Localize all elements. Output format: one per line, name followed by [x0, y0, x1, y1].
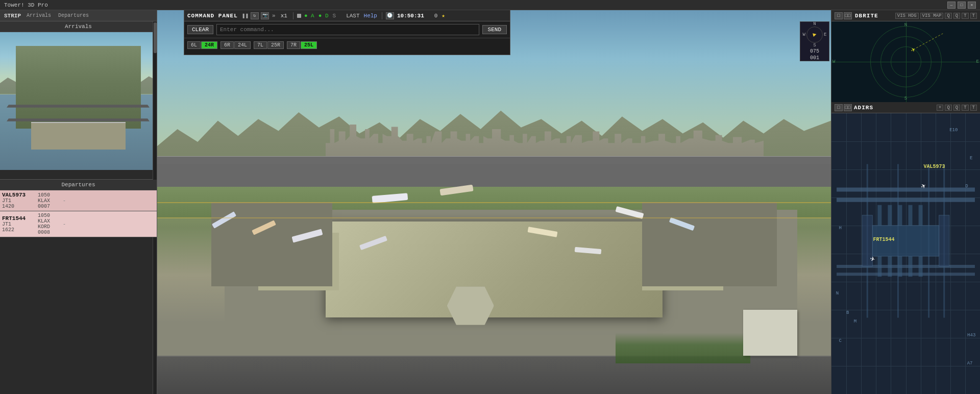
dbrite-t1[interactable]: T	[962, 13, 968, 19]
command-input[interactable]	[216, 24, 479, 35]
rwy-24l[interactable]: 24L	[234, 41, 251, 49]
rwy-7r[interactable]: 7R	[287, 41, 300, 49]
indicator-l-box	[297, 14, 301, 18]
adirs-aircraft-frt1544[interactable]: ✈	[870, 254, 875, 264]
rwy-24r[interactable]: 24R	[201, 41, 217, 49]
flight-strip-val5973[interactable]: VAL5973 JT1 1420 1050 KLAX 0007 -	[0, 190, 157, 211]
compass-n: N	[813, 21, 816, 27]
help-label[interactable]: Help	[364, 13, 377, 19]
pause-icon[interactable]: ❚❚	[242, 12, 249, 19]
adirs-controls: + Q Q T T	[937, 105, 977, 111]
rwy-25r[interactable]: 25R	[267, 41, 284, 49]
close-button[interactable]: ✕	[968, 2, 976, 9]
wind-compass-circle: ▲	[806, 27, 823, 43]
dbrite-panel: □ □□ DBRITE VIS HDG VIS MAP Q Q T T N S	[831, 10, 980, 102]
indicator-s: S	[333, 13, 336, 19]
main-3d-view[interactable]	[157, 10, 831, 394]
flight-strip-frt1544[interactable]: FRT1544 JT1 1622 1050 KLAX KORD 0008 -	[0, 211, 157, 237]
send-button[interactable]: SEND	[482, 25, 507, 34]
clear-button[interactable]: CLEAR	[187, 25, 213, 34]
tab-departures[interactable]: Departures	[57, 12, 90, 19]
dash-val5973: -	[63, 198, 155, 204]
dbrite-t2[interactable]: T	[970, 13, 977, 19]
adirs-q2[interactable]: Q	[953, 105, 960, 111]
svg-rect-11	[939, 215, 949, 266]
strip-header: STRIP Arrivals Departures	[0, 10, 157, 21]
dbrite-vis-hdg[interactable]: VIS HDG	[895, 13, 919, 19]
arrivals-view	[0, 32, 157, 170]
type-frt1544: JT1	[2, 221, 38, 227]
cmd-header: COMMAND PANEL ❚❚ ↻ 📷 » x1 ● A ● D S LAST…	[184, 10, 510, 21]
runway-centerline	[157, 156, 831, 157]
svg-rect-21	[919, 256, 923, 277]
rwy-6l[interactable]: 6L	[187, 41, 201, 49]
rwy-group-7r-25l: 7R 25L	[287, 41, 317, 49]
cmd-controls: ❚❚ ↻ 📷 » x1 ● A ● D S LAST Help 🕙 10:50:…	[242, 12, 446, 19]
dbrite-icon-btns: □ □□	[835, 12, 852, 19]
adirs-t1[interactable]: T	[962, 105, 968, 111]
strip-col-extra2: -	[61, 213, 155, 235]
origin-val5973: KLAX	[38, 198, 61, 204]
adirs-plus[interactable]: +	[937, 105, 943, 111]
camera-icon[interactable]: 📷	[261, 12, 269, 19]
runway-right	[7, 105, 150, 108]
rwy-7l[interactable]: 7L	[254, 41, 267, 49]
adirs-t2[interactable]: T	[970, 105, 977, 111]
adirs-label-b: B	[846, 310, 849, 315]
adirs-callsign-val5973-text: VAL5973	[923, 164, 945, 169]
adirs-label-e10: E10	[949, 128, 958, 133]
svg-rect-18	[888, 256, 892, 277]
adirs-icon-btns: □ □□	[835, 104, 852, 111]
type-val5973: JT1	[2, 198, 38, 204]
adirs-icon-2[interactable]: □□	[844, 104, 852, 111]
dbrite-q1[interactable]: Q	[945, 13, 951, 19]
adirs-label-e: E	[970, 156, 972, 161]
strip-panel: STRIP Arrivals Departures Arrivals	[0, 10, 157, 394]
dbrite-vis-map[interactable]: VIS MAP	[920, 13, 944, 19]
dbrite-icon-1[interactable]: □	[835, 12, 843, 19]
last-label: LAST	[346, 13, 359, 19]
radar-aircraft-blip[interactable]: ✈	[911, 45, 915, 54]
callsign-frt1544: FRT1544	[2, 215, 38, 221]
arrivals-label: Arrivals	[0, 21, 157, 32]
svg-rect-12	[877, 205, 881, 226]
rwy-25l[interactable]: 25L	[301, 41, 317, 49]
wind-indicator: N W ▲ E S 075 001	[800, 21, 829, 61]
scroll-thumb[interactable]	[154, 22, 157, 53]
minimize-button[interactable]: —	[947, 2, 955, 9]
separator-1	[293, 12, 293, 19]
desttime-val5973: 0007	[38, 204, 61, 209]
dbrite-q2[interactable]: Q	[953, 13, 960, 19]
adirs-label-m: M	[854, 319, 856, 324]
strip-col-time: 1050 KLAX 0007	[38, 192, 61, 209]
adirs-q1[interactable]: Q	[945, 105, 951, 111]
taxiway-line-1	[157, 202, 831, 203]
strip-tabs: Arrivals Departures	[25, 12, 90, 19]
adirs-aircraft-val5973[interactable]: ✈	[921, 181, 926, 191]
arrivals-section: Arrivals	[0, 21, 157, 180]
adirs-label-c: C	[839, 338, 842, 343]
adirs-label-d: D	[965, 184, 968, 189]
svg-rect-16	[919, 205, 923, 226]
compass-e: E	[824, 32, 826, 37]
tab-arrivals[interactable]: Arrivals	[25, 12, 53, 19]
callsign-val5973: VAL5973	[2, 192, 38, 198]
svg-rect-14	[898, 205, 902, 226]
indicator-d: ● D	[318, 13, 329, 19]
adirs-label-h43: H43	[967, 333, 975, 338]
palm-trees	[616, 333, 750, 363]
adirs-header: □ □□ ADIRS + Q Q T T	[831, 102, 980, 113]
gate-frt1544: 1622	[2, 227, 38, 233]
time-display: 10:50:31	[397, 13, 424, 19]
refresh-icon[interactable]: ↻	[251, 12, 259, 19]
radar-v-line	[906, 21, 906, 102]
radar-view[interactable]: N S E W ✈	[831, 21, 980, 102]
arrow-icon[interactable]: »	[272, 13, 276, 19]
adirs-map[interactable]: E10 E D H43 A7 C B N M H VAL5973 ✈ FRT15…	[831, 113, 980, 394]
adirs-icon-1[interactable]: □	[835, 104, 843, 111]
svg-rect-20	[909, 256, 913, 277]
dbrite-icon-2[interactable]: □□	[844, 12, 852, 19]
svg-rect-15	[909, 205, 913, 226]
maximize-button[interactable]: □	[958, 2, 966, 9]
rwy-6r[interactable]: 6R	[220, 41, 234, 49]
